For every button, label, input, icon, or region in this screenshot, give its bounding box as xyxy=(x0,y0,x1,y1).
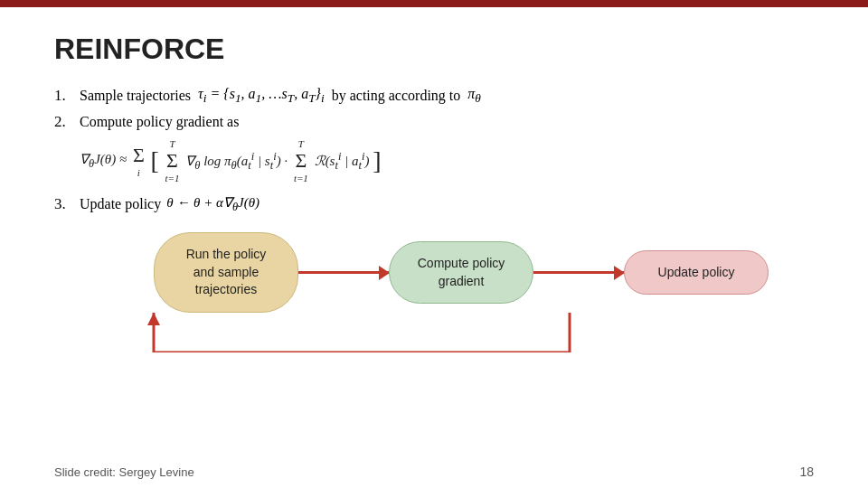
step-1-text-after: by acting according to xyxy=(332,88,461,104)
step-1-text-before: Sample trajectories xyxy=(80,88,191,104)
formula-log-part: ∇θ log πθ(ati | sti) xyxy=(185,150,280,173)
arrow-1 xyxy=(298,259,389,286)
step-3: 3. Update policy θ ← θ + α∇θJ(θ) xyxy=(54,194,814,214)
step-1-math-tau: τi = {s1, a1, …sT, aT}i xyxy=(198,86,325,106)
flow-box-run-policy: Run the policy and sample trajectories xyxy=(154,232,298,313)
arrow-line-1 xyxy=(298,271,389,274)
sum-i: Σ i xyxy=(133,144,145,178)
svg-marker-1 xyxy=(147,313,160,325)
formula-reward-part: ℛ(sti | ati) xyxy=(315,150,370,173)
sum-t1: T Σ t=1 xyxy=(165,138,180,183)
arrow-2 xyxy=(533,259,624,286)
bracket-close: ] xyxy=(373,148,381,174)
step-num-2: 2. xyxy=(54,113,80,131)
formula-lhs: ∇θJ(θ) ≈ xyxy=(80,151,127,171)
step-2-text: Compute policy gradient as xyxy=(80,114,239,130)
content-area: REINFORCE 1. Sample trajectories τi = {s… xyxy=(0,7,868,371)
top-bar xyxy=(0,0,868,7)
flow-diagram: Run the policy and sample trajectories C… xyxy=(154,232,769,313)
step-2: 2. Compute policy gradient as xyxy=(54,113,814,131)
arrow-line-2 xyxy=(533,271,624,274)
flow-diagram-wrapper: Run the policy and sample trajectories C… xyxy=(81,232,814,352)
slide-credit: Slide credit: Sergey Levine xyxy=(54,465,194,479)
bracket-open: [ xyxy=(150,148,158,174)
step-num-1: 1. xyxy=(54,87,80,105)
step-1-math-pi: πθ xyxy=(467,86,481,106)
step-3-text-before: Update policy xyxy=(80,196,161,212)
formula-block: ∇θJ(θ) ≈ Σ i [ T Σ t=1 ∇θ log πθ(ati | s… xyxy=(80,138,814,183)
flow-box-update-policy: Update policy xyxy=(624,250,769,296)
step-num-3: 3. xyxy=(54,195,80,213)
page-title: REINFORCE xyxy=(54,33,814,66)
flow-box-compute-gradient: Compute policy gradient xyxy=(389,241,533,304)
page-number: 18 xyxy=(799,465,814,479)
step-1: 1. Sample trajectories τi = {s1, a1, …sT… xyxy=(54,86,814,106)
feedback-svg xyxy=(81,313,642,352)
footer: Slide credit: Sergey Levine 18 xyxy=(54,465,814,479)
sum-t2: T Σ t=1 xyxy=(294,138,308,183)
feedback-arrow-area xyxy=(81,313,814,352)
step-3-math: θ ← θ + α∇θJ(θ) xyxy=(166,194,259,214)
